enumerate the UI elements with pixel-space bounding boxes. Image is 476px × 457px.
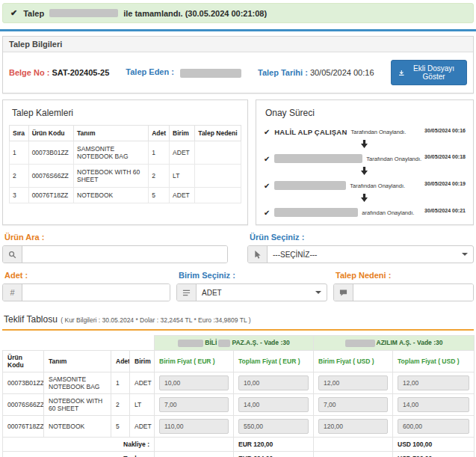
price-input: 14,00: [238, 397, 309, 412]
birim-input-group: ADET: [176, 283, 327, 301]
approval-date: 30/05/2024 00:16: [421, 128, 466, 133]
talep-bilgileri-title: Talep Bilgileri: [3, 37, 473, 52]
teklif-tablosu-header: Teklif Tablosu ( Kur Bilgileri : 30.05.2…: [2, 312, 474, 331]
talep-bilgileri-body: Belge No : SAT-202405-25 Talep Eden : Ta…: [3, 52, 473, 93]
table-row: 00076S66ZZ NOTEBOOK WITH 60 SHEET 2 LT 7…: [3, 393, 475, 415]
col-urun-kodu: Ürün Kodu: [3, 350, 44, 372]
redacted-requester-name: [49, 9, 118, 17]
teklif-columns-row: Ürün Kodu Tanım Adet Birim Birim Fiyat (…: [3, 350, 475, 372]
talep-kalemleri-title: Talep Kalemleri: [12, 108, 238, 118]
redacted-vendor-name: [218, 340, 230, 347]
urun-ara-label: Ürün Ara :: [4, 233, 228, 242]
cell-birim: ADET: [130, 415, 155, 437]
vendor-2-text: AZILIM A.Ş. - Vade :30: [377, 339, 443, 346]
price-input: 14,00: [398, 397, 469, 412]
nakliye-eur-value: EUR 120,00: [234, 437, 314, 451]
table-row: 3 00076T18ZZ NOTEBOOK 5 ADET: [10, 188, 241, 203]
alert-text-suffix: ile tamamlandı. (30.05.2024 00:21:08): [123, 9, 267, 18]
col-toplam-fiyat-eur: Toplam Fiyat ( EUR ): [234, 350, 314, 372]
alert-text-prefix: Talep: [23, 9, 44, 18]
cell-tanim: NOTEBOOK WITH 60 SHEET: [44, 393, 111, 415]
cell-talep-nedeni: [195, 141, 241, 165]
nakliye-label: Nakliye :: [3, 437, 155, 451]
cell-birim: LT: [130, 393, 155, 415]
price-input: 110,00: [159, 419, 229, 434]
cell-adet: 5: [149, 188, 170, 203]
talep-nedeni-input-group: [333, 283, 474, 301]
redacted-talep-eden: [180, 69, 241, 78]
section-divider: [0, 29, 476, 31]
talep-kalemleri-table: Sıra Ürün Kodu Tanım Adet Birim Talep Ne…: [9, 125, 241, 203]
check-icon: ✔: [264, 209, 270, 217]
nakliye-usd-value: USD 100,00: [393, 437, 475, 451]
vendor-1-header: BİLİPAZ.A.Ş. - Vade :30: [155, 336, 314, 351]
talep-eden-field: Talep Eden :: [126, 67, 241, 77]
caret-down-icon: [315, 291, 321, 294]
comment-icon: [334, 284, 353, 301]
talep-bilgileri-panel: Talep Bilgileri Belge No : SAT-202405-25…: [2, 36, 474, 93]
vendor-1-text-b: PAZ.A.Ş. - Vade :30: [232, 339, 289, 346]
cell-talep-nedeni: [195, 188, 241, 203]
approval-text: arafından Onaylandı.: [362, 209, 414, 216]
price-input: 600,00: [398, 419, 469, 434]
ekli-dosya-button[interactable]: Ekli Dosyayı Göster: [391, 60, 467, 85]
approval-text: Tarafından Onaylandı.: [366, 156, 421, 162]
urun-seciniz-value: ---SEÇİNİZ---: [273, 251, 317, 259]
redacted-vendor-name: [345, 340, 375, 347]
approval-text: Tarafından Onaylandı.: [350, 129, 406, 135]
approval-step: ✔ Tarafından Onaylandı. 30/05/2024 00:19: [262, 178, 467, 191]
toplam-eur-value: EUR 694,00: [234, 451, 314, 457]
table-row: 1 00073B01ZZ SAMSONITE NOTEBOOK BAG 1 AD…: [10, 141, 241, 165]
adet-input[interactable]: [22, 284, 170, 301]
approval-date: 30/05/2024 00:19: [421, 181, 466, 186]
vendor-1-text-a: BİLİ: [205, 339, 217, 346]
urun-seciniz-select[interactable]: ---SEÇİNİZ---: [268, 246, 473, 263]
talep-tarihi-value: 30/05/2024 00:16: [310, 68, 374, 77]
ekli-dosya-button-label: Ekli Dosyayı Göster: [408, 64, 460, 81]
table-row: 2 00076S66ZZ NOTEBOOK WITH 60 SHEET 2 LT: [10, 165, 241, 188]
belge-no-label: Belge No :: [9, 68, 49, 77]
belge-no-value: SAT-202405-25: [52, 68, 109, 77]
cell-tanim: SAMSONITE NOTEBOOK BAG: [44, 372, 111, 393]
flow-arrow-icon: [262, 191, 467, 205]
cell-tanim: NOTEBOOK: [44, 415, 111, 437]
birim-seciniz-select[interactable]: ADET: [197, 284, 327, 301]
teklif-table: BİLİPAZ.A.Ş. - Vade :30 AZILIM A.Ş. - Va…: [2, 335, 475, 457]
table-row: 00076T18ZZ NOTEBOOK 5 ADET 110,00 550,00…: [3, 415, 475, 437]
cell-sira: 3: [10, 188, 29, 203]
urun-seciniz-label: Ürün Seçiniz :: [250, 233, 474, 242]
talep-tarihi-field: Talep Tarihi : 30/05/2024 00:16: [258, 68, 374, 77]
caret-down-icon: [462, 253, 468, 256]
col-tanim: Tanım: [74, 126, 149, 141]
approval-step: ✔ arafından Onaylandı. 30/05/2024 00:21: [262, 205, 467, 218]
toplam-label: Toplam :: [3, 451, 155, 457]
footer-row-toplam: Toplam : EUR 694,00 USD 726,00: [3, 451, 475, 457]
talep-nedeni-input[interactable]: [353, 284, 473, 301]
cell-urun-kodu: 00076S66ZZ: [3, 393, 44, 415]
cell-adet: 2: [111, 393, 130, 415]
cell-urun-kodu: 00076S66ZZ: [28, 165, 73, 188]
kur-bilgileri: ( Kur Bilgileri : 30.05.2024 * Dolar : 3…: [61, 316, 250, 324]
talep-kalemleri-panel: Talep Kalemleri Sıra Ürün Kodu Tanım Ade…: [2, 99, 248, 225]
urun-ara-input-group: [2, 245, 228, 263]
check-icon: ✔: [264, 182, 270, 190]
col-adet: Adet: [111, 350, 130, 372]
talep-tarihi-label: Talep Tarihi :: [258, 68, 308, 77]
cell-birim: ADET: [130, 372, 155, 393]
col-toplam-fiyat-usd: Toplam Fiyat ( USD ): [393, 350, 475, 372]
cell-birim: ADET: [170, 188, 195, 203]
check-icon: ✔: [10, 8, 17, 18]
price-input: 550,00: [238, 419, 309, 434]
birim-seciniz-field: Birim Seçiniz : ADET: [176, 271, 327, 301]
cell-adet: 1: [149, 141, 170, 165]
cell-sira: 1: [10, 141, 29, 165]
toplam-usd-value: USD 726,00: [393, 451, 475, 457]
middle-section: Talep Kalemleri Sıra Ürün Kodu Tanım Ade…: [2, 99, 474, 225]
form-row-2: Adet : # Birim Seçiniz : ADET Talep Nede…: [2, 271, 474, 301]
urun-seciniz-input-group: ---SEÇİNİZ---: [247, 245, 474, 263]
price-input: 7,00: [318, 397, 388, 412]
urun-ara-input[interactable]: [22, 246, 227, 263]
teklif-title: Teklif Tablosu: [4, 314, 58, 325]
col-birim-fiyat-usd: Birim Fiyat ( USD ): [314, 350, 393, 372]
redacted-approver-name: [274, 154, 362, 163]
